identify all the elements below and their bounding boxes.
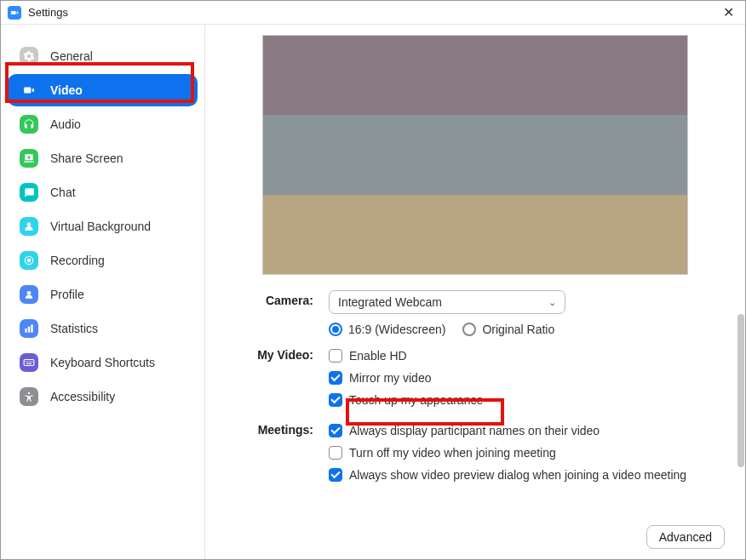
svg-rect-9 — [27, 361, 28, 362]
svg-point-3 — [27, 291, 32, 295]
sidebar: General Video Audio Share Screen — [1, 25, 205, 559]
checkbox-icon — [329, 446, 342, 460]
display-names-checkbox[interactable]: Always display participant names on thei… — [329, 420, 728, 442]
touch-up-appearance-checkbox[interactable]: Touch up my appearance — [329, 389, 728, 411]
sidebar-item-profile[interactable]: Profile — [8, 278, 198, 311]
checkbox-label: Always show video preview dialog when jo… — [349, 468, 686, 482]
sidebar-item-label: Video — [50, 83, 83, 97]
video-icon — [20, 81, 38, 100]
sidebar-item-statistics[interactable]: Statistics — [8, 312, 198, 345]
chat-icon — [20, 183, 38, 202]
svg-rect-11 — [32, 361, 32, 362]
keyboard-icon — [20, 353, 38, 372]
sidebar-item-label: Virtual Background — [50, 220, 151, 233]
share-icon — [20, 149, 38, 168]
sidebar-item-label: Recording — [50, 254, 105, 267]
chevron-down-icon: ⌄ — [548, 297, 556, 308]
sidebar-item-label: Profile — [50, 288, 84, 301]
sidebar-item-audio[interactable]: Audio — [8, 108, 198, 140]
sidebar-item-virtual-background[interactable]: Virtual Background — [8, 210, 198, 243]
my-video-label: My Video: — [205, 345, 329, 362]
aspect-widescreen-radio[interactable]: 16:9 (Widescreen) — [329, 323, 445, 336]
meetings-label: Meetings: — [205, 420, 329, 437]
svg-point-13 — [28, 392, 30, 394]
checkbox-icon — [329, 349, 342, 363]
radio-icon — [329, 323, 342, 336]
checkbox-label: Mirror my video — [349, 371, 431, 385]
stats-icon — [20, 319, 38, 338]
advanced-button[interactable]: Advanced — [646, 525, 725, 549]
scrollbar[interactable] — [737, 314, 744, 467]
record-icon — [20, 251, 38, 270]
radio-label: Original Ratio — [482, 323, 554, 336]
svg-rect-7 — [24, 360, 34, 366]
sidebar-item-label: Accessibility — [50, 390, 115, 403]
sidebar-item-chat[interactable]: Chat — [8, 176, 198, 209]
svg-rect-12 — [26, 363, 32, 364]
checkbox-icon — [329, 393, 342, 407]
camera-value: Integrated Webcam — [338, 295, 442, 309]
checkbox-icon — [329, 424, 342, 437]
show-preview-checkbox[interactable]: Always show video preview dialog when jo… — [329, 464, 728, 486]
sidebar-item-share-screen[interactable]: Share Screen — [8, 142, 198, 174]
sidebar-item-label: Chat — [50, 186, 76, 199]
window-title: Settings — [28, 6, 68, 19]
turn-off-video-checkbox[interactable]: Turn off my video when joining meeting — [329, 442, 728, 464]
sidebar-item-video[interactable]: Video — [8, 74, 198, 106]
sidebar-item-general[interactable]: General — [8, 40, 198, 72]
person-icon — [20, 217, 38, 236]
sidebar-item-label: Statistics — [50, 322, 98, 335]
svg-rect-4 — [25, 329, 26, 333]
mirror-video-checkbox[interactable]: Mirror my video — [329, 367, 728, 389]
checkbox-icon — [329, 371, 342, 385]
checkbox-label: Touch up my appearance — [349, 393, 483, 407]
svg-rect-5 — [28, 327, 30, 333]
sidebar-item-recording[interactable]: Recording — [8, 244, 198, 277]
gear-icon — [20, 47, 38, 66]
checkbox-icon — [329, 468, 342, 482]
sidebar-item-label: General — [50, 49, 93, 63]
headphones-icon — [20, 115, 38, 134]
sidebar-item-label: Share Screen — [50, 151, 123, 165]
checkbox-label: Enable HD — [349, 349, 407, 363]
svg-point-2 — [27, 259, 32, 263]
radio-label: 16:9 (Widescreen) — [348, 323, 445, 336]
camera-label: Camera: — [205, 290, 329, 307]
video-preview — [262, 35, 688, 275]
accessibility-icon — [20, 387, 38, 406]
svg-point-0 — [27, 222, 32, 226]
sidebar-item-label: Keyboard Shortcuts — [50, 356, 155, 369]
aspect-original-radio[interactable]: Original Ratio — [462, 323, 554, 336]
checkbox-label: Turn off my video when joining meeting — [349, 446, 556, 460]
enable-hd-checkbox[interactable]: Enable HD — [329, 345, 728, 367]
radio-icon — [462, 323, 476, 336]
sidebar-item-keyboard-shortcuts[interactable]: Keyboard Shortcuts — [8, 346, 198, 379]
svg-rect-8 — [26, 361, 26, 362]
zoom-app-icon — [8, 6, 21, 20]
sidebar-item-accessibility[interactable]: Accessibility — [8, 380, 198, 413]
close-icon[interactable]: ✕ — [718, 3, 738, 23]
camera-select[interactable]: Integrated Webcam ⌄ — [329, 290, 565, 314]
svg-rect-6 — [31, 324, 32, 332]
sidebar-item-label: Audio — [50, 117, 81, 131]
svg-rect-10 — [30, 361, 31, 362]
profile-icon — [20, 285, 38, 304]
checkbox-label: Always display participant names on thei… — [349, 424, 600, 437]
